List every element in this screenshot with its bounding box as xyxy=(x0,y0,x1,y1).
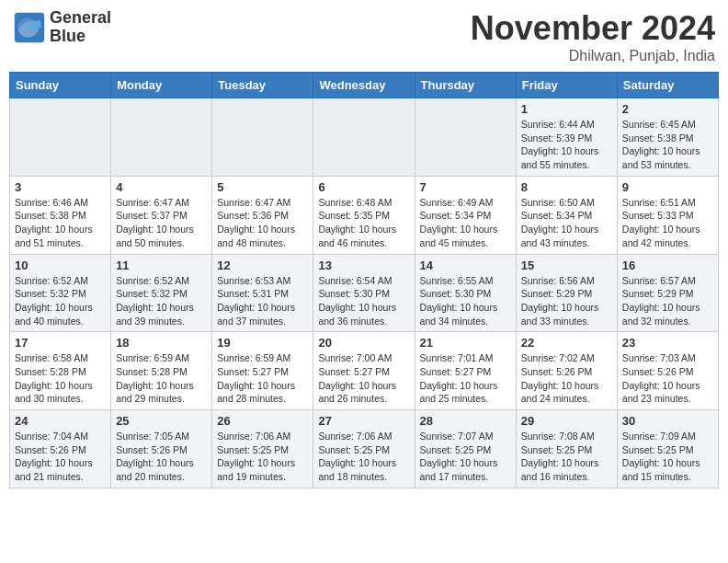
day-info: Sunrise: 7:02 AM Sunset: 5:26 PM Dayligh… xyxy=(521,351,612,406)
day-number: 12 xyxy=(217,259,308,272)
calendar-cell: 29Sunrise: 7:08 AM Sunset: 5:25 PM Dayli… xyxy=(516,410,617,488)
calendar-cell: 4Sunrise: 6:47 AM Sunset: 5:37 PM Daylig… xyxy=(111,176,212,254)
calendar-cell: 3Sunrise: 6:46 AM Sunset: 5:38 PM Daylig… xyxy=(10,176,111,254)
calendar-cell: 8Sunrise: 6:50 AM Sunset: 5:34 PM Daylig… xyxy=(516,176,617,254)
calendar-cell xyxy=(212,98,313,177)
day-number: 28 xyxy=(420,414,511,428)
day-number: 25 xyxy=(116,414,207,428)
calendar-cell: 9Sunrise: 6:51 AM Sunset: 5:33 PM Daylig… xyxy=(617,176,718,254)
weekday-header-monday: Monday xyxy=(111,73,212,98)
day-info: Sunrise: 6:58 AM Sunset: 5:28 PM Dayligh… xyxy=(15,351,106,406)
day-info: Sunrise: 6:47 AM Sunset: 5:37 PM Dayligh… xyxy=(116,196,207,250)
month-title: November 2024 xyxy=(471,9,715,48)
day-number: 30 xyxy=(622,414,713,428)
day-info: Sunrise: 6:47 AM Sunset: 5:36 PM Dayligh… xyxy=(217,196,308,250)
day-number: 23 xyxy=(622,336,713,350)
day-number: 27 xyxy=(318,414,409,428)
calendar-cell: 20Sunrise: 7:00 AM Sunset: 5:27 PM Dayli… xyxy=(313,332,415,410)
day-number: 20 xyxy=(318,336,409,350)
calendar-cell: 7Sunrise: 6:49 AM Sunset: 5:34 PM Daylig… xyxy=(415,176,516,254)
calendar-cell: 5Sunrise: 6:47 AM Sunset: 5:36 PM Daylig… xyxy=(212,176,313,254)
calendar-cell: 11Sunrise: 6:52 AM Sunset: 5:32 PM Dayli… xyxy=(111,254,212,332)
week-row-2: 3Sunrise: 6:46 AM Sunset: 5:38 PM Daylig… xyxy=(10,176,719,254)
day-info: Sunrise: 6:59 AM Sunset: 5:28 PM Dayligh… xyxy=(116,351,207,406)
weekday-header-friday: Friday xyxy=(516,73,617,98)
day-number: 21 xyxy=(420,336,511,350)
week-row-5: 24Sunrise: 7:04 AM Sunset: 5:26 PM Dayli… xyxy=(10,410,719,488)
day-info: Sunrise: 6:51 AM Sunset: 5:33 PM Dayligh… xyxy=(622,196,713,250)
day-number: 29 xyxy=(521,414,612,428)
calendar-cell: 13Sunrise: 6:54 AM Sunset: 5:30 PM Dayli… xyxy=(313,254,415,332)
day-number: 7 xyxy=(420,180,511,194)
day-number: 4 xyxy=(116,180,207,194)
calendar-cell: 23Sunrise: 7:03 AM Sunset: 5:26 PM Dayli… xyxy=(617,332,718,410)
calendar-cell: 24Sunrise: 7:04 AM Sunset: 5:26 PM Dayli… xyxy=(10,410,111,488)
day-number: 18 xyxy=(116,336,207,350)
weekday-header-wednesday: Wednesday xyxy=(313,73,415,98)
calendar-cell: 12Sunrise: 6:53 AM Sunset: 5:31 PM Dayli… xyxy=(212,254,313,332)
calendar-cell: 22Sunrise: 7:02 AM Sunset: 5:26 PM Dayli… xyxy=(516,332,617,410)
calendar-cell xyxy=(111,98,212,177)
logo-text: General Blue xyxy=(50,9,111,46)
day-number: 17 xyxy=(15,336,106,350)
calendar-cell xyxy=(313,98,415,177)
day-info: Sunrise: 7:07 AM Sunset: 5:25 PM Dayligh… xyxy=(420,430,511,484)
calendar-cell: 6Sunrise: 6:48 AM Sunset: 5:35 PM Daylig… xyxy=(313,176,415,254)
calendar-cell: 2Sunrise: 6:45 AM Sunset: 5:38 PM Daylig… xyxy=(617,98,718,177)
day-info: Sunrise: 6:57 AM Sunset: 5:29 PM Dayligh… xyxy=(622,274,713,328)
calendar-cell: 10Sunrise: 6:52 AM Sunset: 5:32 PM Dayli… xyxy=(10,254,111,332)
day-info: Sunrise: 6:56 AM Sunset: 5:29 PM Dayligh… xyxy=(521,274,612,328)
day-number: 24 xyxy=(15,414,106,428)
day-info: Sunrise: 7:00 AM Sunset: 5:27 PM Dayligh… xyxy=(318,351,409,406)
day-number: 22 xyxy=(521,336,612,350)
day-number: 2 xyxy=(622,102,713,116)
day-number: 1 xyxy=(521,102,612,116)
svg-point-3 xyxy=(34,20,40,25)
day-number: 11 xyxy=(116,259,207,272)
day-number: 5 xyxy=(217,180,308,194)
weekday-header-saturday: Saturday xyxy=(617,73,718,98)
calendar-cell: 28Sunrise: 7:07 AM Sunset: 5:25 PM Dayli… xyxy=(415,410,516,488)
calendar-cell: 18Sunrise: 6:59 AM Sunset: 5:28 PM Dayli… xyxy=(111,332,212,410)
calendar-table: SundayMondayTuesdayWednesdayThursdayFrid… xyxy=(9,72,719,488)
day-number: 10 xyxy=(15,259,106,272)
calendar-cell xyxy=(415,98,516,177)
day-number: 19 xyxy=(217,336,308,350)
day-info: Sunrise: 6:55 AM Sunset: 5:30 PM Dayligh… xyxy=(420,274,511,328)
day-info: Sunrise: 6:54 AM Sunset: 5:30 PM Dayligh… xyxy=(318,274,409,328)
calendar-cell: 16Sunrise: 6:57 AM Sunset: 5:29 PM Dayli… xyxy=(617,254,718,332)
day-info: Sunrise: 7:06 AM Sunset: 5:25 PM Dayligh… xyxy=(318,430,409,484)
day-number: 8 xyxy=(521,180,612,194)
calendar-cell xyxy=(10,98,111,177)
day-number: 16 xyxy=(622,259,713,272)
day-number: 14 xyxy=(420,259,511,272)
calendar-cell: 21Sunrise: 7:01 AM Sunset: 5:27 PM Dayli… xyxy=(415,332,516,410)
day-info: Sunrise: 7:05 AM Sunset: 5:26 PM Dayligh… xyxy=(116,430,207,484)
calendar-cell: 14Sunrise: 6:55 AM Sunset: 5:30 PM Dayli… xyxy=(415,254,516,332)
day-info: Sunrise: 7:04 AM Sunset: 5:26 PM Dayligh… xyxy=(15,430,106,484)
day-info: Sunrise: 7:03 AM Sunset: 5:26 PM Dayligh… xyxy=(622,351,713,406)
week-row-1: 1Sunrise: 6:44 AM Sunset: 5:39 PM Daylig… xyxy=(10,98,719,177)
calendar-cell: 17Sunrise: 6:58 AM Sunset: 5:28 PM Dayli… xyxy=(10,332,111,410)
calendar-cell: 1Sunrise: 6:44 AM Sunset: 5:39 PM Daylig… xyxy=(516,98,617,177)
calendar-cell: 30Sunrise: 7:09 AM Sunset: 5:25 PM Dayli… xyxy=(617,410,718,488)
day-info: Sunrise: 7:09 AM Sunset: 5:25 PM Dayligh… xyxy=(622,430,713,484)
weekday-header-sunday: Sunday xyxy=(10,73,111,98)
week-row-3: 10Sunrise: 6:52 AM Sunset: 5:32 PM Dayli… xyxy=(10,254,719,332)
day-info: Sunrise: 6:45 AM Sunset: 5:38 PM Dayligh… xyxy=(622,118,713,172)
calendar-cell: 26Sunrise: 7:06 AM Sunset: 5:25 PM Dayli… xyxy=(212,410,313,488)
day-number: 6 xyxy=(318,180,409,194)
day-info: Sunrise: 7:08 AM Sunset: 5:25 PM Dayligh… xyxy=(521,430,612,484)
calendar-cell: 15Sunrise: 6:56 AM Sunset: 5:29 PM Dayli… xyxy=(516,254,617,332)
calendar-cell: 27Sunrise: 7:06 AM Sunset: 5:25 PM Dayli… xyxy=(313,410,415,488)
logo: General Blue xyxy=(13,9,111,46)
calendar-cell: 25Sunrise: 7:05 AM Sunset: 5:26 PM Dayli… xyxy=(111,410,212,488)
day-info: Sunrise: 6:44 AM Sunset: 5:39 PM Dayligh… xyxy=(521,118,612,172)
day-number: 9 xyxy=(622,180,713,194)
day-info: Sunrise: 7:01 AM Sunset: 5:27 PM Dayligh… xyxy=(420,351,511,406)
day-number: 15 xyxy=(521,259,612,272)
day-info: Sunrise: 6:50 AM Sunset: 5:34 PM Dayligh… xyxy=(521,196,612,250)
title-section: November 2024 Dhilwan, Punjab, India xyxy=(471,9,715,64)
logo-icon xyxy=(13,11,46,44)
day-info: Sunrise: 6:52 AM Sunset: 5:32 PM Dayligh… xyxy=(15,274,106,328)
